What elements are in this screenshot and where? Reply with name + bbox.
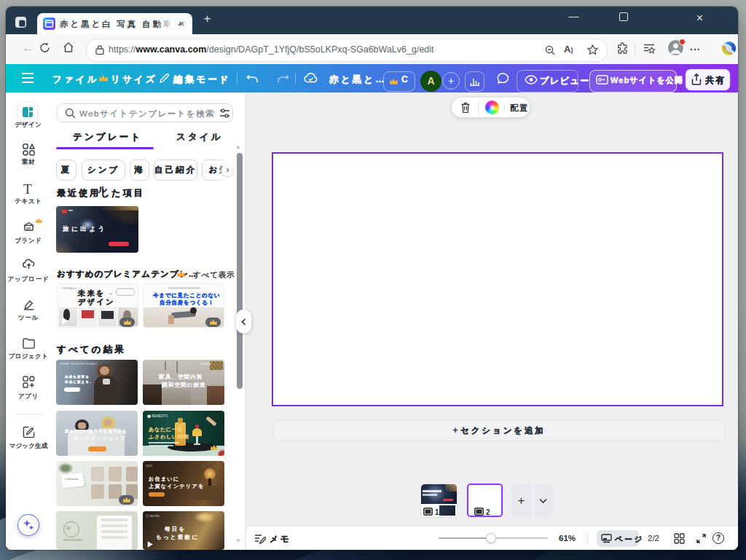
svg-text:co: co xyxy=(26,226,31,230)
